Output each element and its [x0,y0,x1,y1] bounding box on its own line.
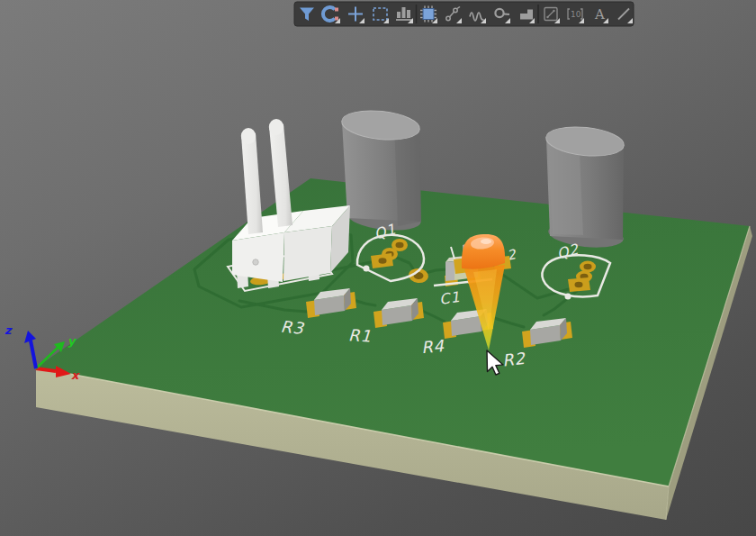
designator-r2: R2 [501,349,527,370]
component-cylinder-q1[interactable] [340,107,422,233]
measure-endpoint [553,10,554,12]
axis-z-shaft [31,341,36,368]
chart-bar [407,10,410,18]
q2-pin1-dot [565,294,572,300]
probe-tail [504,14,509,15]
q1-pad-hole [379,258,387,263]
text-glyph: A [594,6,605,23]
chart-bar [397,12,400,18]
component-cylinder-q2[interactable] [544,123,626,250]
q1-pin1-dot [364,266,370,272]
led-gloss-bright [481,239,491,244]
toolbar: 10 A [294,2,634,26]
axis-z-label: z [4,323,13,337]
designator-c1: C1 [438,288,462,308]
q1-pad-hole [396,242,404,248]
pcb-3d-viewport[interactable]: Q1 Q2 R3 R1 R4 [0,0,756,536]
designator-r4: R4 [420,336,446,357]
header-pin [241,133,263,234]
dimension-glyph: 10 [571,10,581,19]
measure-endpoint [546,16,548,18]
header-hole [253,259,258,265]
c1-end [446,261,454,281]
header-box-front [284,226,332,281]
chart-bar [402,7,406,18]
q2-pad-hole [575,282,583,287]
q2-pad-hole [584,264,592,269]
header-pin-cap [241,128,256,144]
designator-r3: R3 [280,316,306,338]
header-box-front [232,232,284,282]
chip-body [423,9,434,20]
header-pin-cap [269,119,284,135]
designator-r1: R1 [347,325,372,345]
